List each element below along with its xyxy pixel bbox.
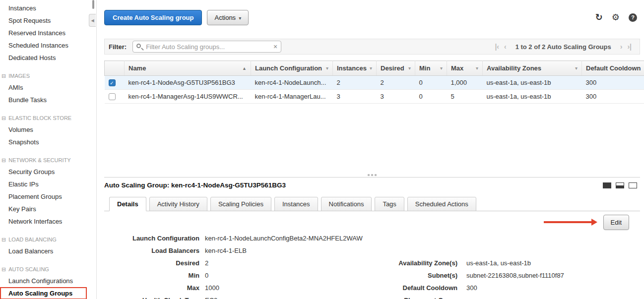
help-icon[interactable]: ? (629, 13, 637, 22)
search-group: × (132, 41, 281, 53)
sort-ascending-icon: ▲ (242, 66, 247, 71)
table-row[interactable]: ken-rc4-1-ManagerAsg-14US9WWCR... ken-rc… (105, 90, 644, 104)
toolbar: Create Auto Scaling group Actions▾ ↻ ⚙ ? (104, 10, 644, 25)
sidebar-section-label: NETWORK & SECURITY (8, 157, 70, 163)
tab-scheduled-actions[interactable]: Scheduled Actions (407, 197, 476, 211)
first-page-icon[interactable]: |‹ (495, 43, 499, 51)
sidebar-item-key-pairs[interactable]: Key Pairs (0, 203, 89, 215)
chevron-left-icon: ◀ (91, 18, 94, 23)
column-filter-icon: ▾ (476, 65, 478, 71)
row-checkbox-checked[interactable]: ✓ (109, 79, 116, 86)
sidebar: Instances Spot Requests Reserved Instanc… (0, 0, 89, 299)
sidebar-section-auto-scaling[interactable]: ⊟AUTO SCALING (0, 264, 89, 275)
collapse-section-icon: ⊟ (1, 115, 6, 121)
column-header-max[interactable]: Max▾ (447, 61, 483, 76)
field-value: 0 (199, 272, 208, 279)
scrollbar-thumb[interactable] (92, 0, 94, 9)
sidebar-item-bundle-tasks[interactable]: Bundle Tasks (0, 94, 89, 106)
field-value: us-east-1a, us-east-1b (457, 259, 531, 267)
column-header-desired[interactable]: Desired▾ (377, 61, 415, 76)
sidebar-item-instances[interactable]: Instances (0, 2, 89, 14)
table-header-row: Name▲ Launch Configuration▾ Instances▾ D… (105, 61, 644, 76)
tab-instances[interactable]: Instances (274, 197, 318, 211)
sidebar-collapse-button[interactable]: ◀ (89, 14, 96, 27)
column-header-default-cooldown[interactable]: Default Cooldown▾ (582, 61, 644, 76)
field-label: Load Balancers (104, 247, 199, 254)
sidebar-item-scheduled-instances[interactable]: Scheduled Instances (0, 39, 89, 52)
sidebar-item-launch-configurations[interactable]: Launch Configurations (0, 275, 89, 287)
tab-notifications[interactable]: Notifications (321, 197, 372, 211)
gear-icon[interactable]: ⚙ (612, 12, 620, 23)
sidebar-item-reserved-instances[interactable]: Reserved Instances (0, 27, 89, 39)
pane-layout-icons (598, 182, 637, 188)
sidebar-item-auto-scaling-groups[interactable]: Auto Scaling Groups (0, 287, 87, 299)
tab-activity-history[interactable]: Activity History (149, 197, 207, 211)
sidebar-item-security-groups[interactable]: Security Groups (0, 166, 89, 178)
field-row: Launch Configuration ken-rc4-1-NodeLaunc… (104, 232, 363, 244)
cell-checkbox: ✓ (105, 76, 125, 90)
last-page-icon[interactable]: ›| (627, 43, 632, 51)
column-label: Default Cooldown (586, 64, 641, 72)
asg-table-wrapper: Name▲ Launch Configuration▾ Instances▾ D… (104, 60, 644, 104)
column-filter-icon: ▾ (326, 65, 328, 71)
next-page-icon[interactable]: › (620, 43, 623, 51)
field-value: ken-rc4-1-NodeLaunchConfigBeta2-MNA2HFEL… (199, 235, 363, 242)
field-row: Min 0 (104, 269, 363, 282)
row-checkbox-unchecked[interactable] (109, 93, 116, 100)
layout-hide-pane-icon[interactable] (629, 182, 637, 188)
sidebar-section-images[interactable]: ⊟IMAGES (0, 70, 89, 81)
column-header-availability-zones[interactable]: Availability Zones▾ (483, 61, 582, 76)
refresh-icon[interactable]: ↻ (595, 12, 603, 23)
column-filter-icon: ▾ (370, 65, 372, 71)
column-header-launch-configuration[interactable]: Launch Configuration▾ (251, 61, 333, 76)
sidebar-item-network-interfaces[interactable]: Network Interfaces (0, 215, 89, 228)
filter-input[interactable] (132, 41, 281, 53)
sidebar-item-volumes[interactable]: Volumes (0, 123, 89, 136)
sidebar-item-spot-requests[interactable]: Spot Requests (0, 14, 89, 27)
fields-left-column: Launch Configuration ken-rc4-1-NodeLaunc… (104, 232, 363, 299)
previous-page-icon[interactable]: ‹ (504, 43, 507, 51)
field-value: ken-rc4-1-ELB (199, 247, 247, 254)
select-all-header[interactable] (105, 61, 125, 76)
cell-default-cooldown: 300 (582, 76, 644, 90)
sidebar-section-load-balancing[interactable]: ⊟LOAD BALANCING (0, 234, 89, 245)
sidebar-item-amis[interactable]: AMIs (0, 81, 89, 94)
field-value: 300 (457, 284, 477, 292)
field-row: Max 1000 (104, 282, 363, 294)
field-row: Desired 2 (104, 257, 363, 269)
details-fields: Launch Configuration ken-rc4-1-NodeLaunc… (104, 232, 644, 299)
pane-splitter-handle[interactable] (104, 173, 640, 178)
sidebar-item-dedicated-hosts[interactable]: Dedicated Hosts (0, 52, 89, 64)
actions-button[interactable]: Actions▾ (207, 10, 249, 25)
column-label: Desired (381, 64, 404, 72)
table-row[interactable]: ✓ ken-rc4-1-NodeAsg-G5TU3P561BG3 ken-rc4… (105, 76, 644, 90)
filter-bar: Filter: × |‹ ‹ 1 to 2 of 2 Auto Scaling … (104, 39, 640, 55)
sidebar-item-load-balancers[interactable]: Load Balancers (0, 245, 89, 257)
field-label: Availability Zone(s) (380, 259, 457, 267)
tab-tags[interactable]: Tags (375, 197, 404, 211)
clear-filter-icon[interactable]: × (273, 43, 277, 51)
cell-instances: 2 (333, 76, 377, 90)
sidebar-section-network-security[interactable]: ⊟NETWORK & SECURITY (0, 155, 89, 166)
cell-min: 0 (415, 76, 447, 90)
sidebar-item-elastic-ips[interactable]: Elastic IPs (0, 178, 89, 190)
layout-full-pane-icon[interactable] (603, 182, 611, 188)
cell-availability-zones: us-east-1a, us-east-1b (483, 76, 582, 90)
tab-scaling-policies[interactable]: Scaling Policies (210, 197, 271, 211)
sidebar-item-placement-groups[interactable]: Placement Groups (0, 190, 89, 203)
cell-name: ken-rc4-1-NodeAsg-G5TU3P561BG3 (125, 76, 251, 90)
sidebar-section-elastic-block-store[interactable]: ⊟ELASTIC BLOCK STORE (0, 113, 89, 123)
column-header-name[interactable]: Name▲ (125, 61, 251, 76)
tab-details[interactable]: Details (109, 197, 146, 211)
column-header-min[interactable]: Min▾ (415, 61, 447, 76)
layout-bottom-pane-icon[interactable] (616, 182, 624, 188)
column-header-instances[interactable]: Instances▾ (333, 61, 377, 76)
sidebar-section-label: LOAD BALANCING (8, 237, 57, 242)
fields-right-column: Availability Zone(s) us-east-1a, us-east… (380, 257, 564, 299)
create-auto-scaling-group-button[interactable]: Create Auto Scaling group (104, 10, 202, 25)
collapse-section-icon: ⊟ (1, 237, 6, 242)
edit-button[interactable]: Edit (603, 215, 629, 230)
main-content: Create Auto Scaling group Actions▾ ↻ ⚙ ?… (97, 0, 644, 299)
column-label: Min (419, 64, 430, 72)
sidebar-item-snapshots[interactable]: Snapshots (0, 136, 89, 148)
